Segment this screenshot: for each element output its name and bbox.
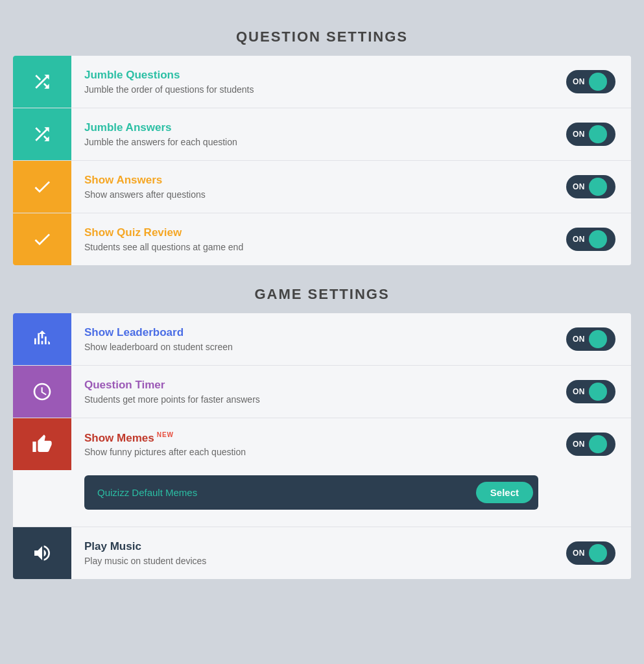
show-memes-title: Show MemesNEW [84, 431, 538, 445]
show-answers-title: Show Answers [84, 174, 538, 187]
show-memes-toggle-label: ON [573, 440, 585, 449]
show-answers-icon [13, 161, 71, 213]
show-leaderboard-toggle-wrap: ON [551, 327, 631, 351]
show-answers-desc: Show answers after questions [84, 189, 538, 200]
question-timer-toggle-wrap: ON [551, 380, 631, 403]
meme-selector-text: Quizizz Default Memes [97, 487, 197, 498]
show-answers-toggle-label: ON [573, 182, 585, 191]
jumble-answers-desc: Jumble the answers for each question [84, 137, 538, 147]
question-timer-desc: Students get more points for faster answ… [84, 394, 538, 405]
jumble-questions-row: Jumble Questions Jumble the order of que… [13, 56, 631, 108]
jumble-questions-toggle-label: ON [573, 77, 585, 86]
jumble-answers-icon [13, 108, 71, 160]
jumble-answers-toggle-knob [589, 125, 607, 143]
question-timer-toggle-knob [589, 383, 607, 401]
show-leaderboard-icon [13, 313, 71, 365]
show-memes-desc: Show funny pictures after each question [84, 447, 538, 457]
play-music-toggle-wrap: ON [551, 541, 631, 565]
question-settings-card: Jumble Questions Jumble the order of que… [13, 56, 631, 265]
show-quiz-review-content: Show Quiz Review Students see all questi… [71, 217, 551, 261]
settings-container: QUESTION SETTINGS Jumble Questions Jumbl… [13, 13, 631, 584]
jumble-answers-toggle-wrap: ON [551, 123, 631, 146]
show-quiz-review-title: Show Quiz Review [84, 226, 538, 239]
show-leaderboard-toggle-label: ON [573, 335, 585, 344]
jumble-questions-content: Jumble Questions Jumble the order of que… [71, 60, 551, 104]
show-memes-content: Show MemesNEW Show funny pictures after … [71, 422, 551, 467]
show-memes-toggle[interactable]: ON [566, 433, 615, 456]
jumble-answers-row: Jumble Answers Jumble the answers for ea… [13, 108, 631, 161]
jumble-answers-title: Jumble Answers [84, 121, 538, 134]
meme-selector: Quizizz Default Memes Select [84, 475, 538, 510]
jumble-questions-toggle-knob [589, 73, 607, 91]
play-music-content: Play Music Play music on student devices [71, 531, 551, 575]
show-answers-toggle-wrap: ON [551, 175, 631, 198]
question-timer-content: Question Timer Students get more points … [71, 370, 551, 414]
question-timer-row: Question Timer Students get more points … [13, 366, 631, 418]
show-memes-icon [13, 418, 71, 470]
jumble-answers-toggle[interactable]: ON [566, 123, 615, 146]
game-settings-card: Show Leaderboard Show leaderboard on stu… [13, 313, 631, 579]
select-meme-button[interactable]: Select [476, 482, 533, 503]
meme-selector-area: Quizizz Default Memes Select [13, 470, 631, 527]
show-quiz-review-desc: Students see all questions at game end [84, 242, 538, 252]
jumble-questions-toggle-wrap: ON [551, 70, 631, 93]
play-music-toggle-label: ON [573, 549, 585, 558]
new-badge: NEW [157, 431, 174, 438]
game-settings-title: GAME SETTINGS [13, 270, 631, 313]
play-music-title: Play Music [84, 540, 538, 553]
show-memes-toggle-knob [589, 435, 607, 453]
play-music-icon [13, 527, 71, 579]
jumble-questions-toggle[interactable]: ON [566, 70, 615, 93]
show-leaderboard-content: Show Leaderboard Show leaderboard on stu… [71, 317, 551, 361]
question-timer-toggle-label: ON [573, 387, 585, 396]
jumble-questions-title: Jumble Questions [84, 69, 538, 82]
show-answers-toggle-knob [589, 178, 607, 196]
show-quiz-review-toggle-label: ON [573, 235, 585, 244]
jumble-answers-toggle-label: ON [573, 130, 585, 139]
play-music-toggle-knob [589, 544, 607, 562]
jumble-questions-desc: Jumble the order of questions for studen… [84, 84, 538, 95]
show-answers-row: Show Answers Show answers after question… [13, 161, 631, 213]
show-answers-content: Show Answers Show answers after question… [71, 165, 551, 209]
show-quiz-review-toggle[interactable]: ON [566, 228, 615, 251]
play-music-row: Play Music Play music on student devices… [13, 527, 631, 579]
play-music-toggle[interactable]: ON [566, 541, 615, 565]
question-timer-toggle[interactable]: ON [566, 380, 615, 403]
show-memes-toggle-wrap: ON [551, 433, 631, 456]
show-leaderboard-row: Show Leaderboard Show leaderboard on stu… [13, 313, 631, 366]
show-memes-row: Show MemesNEW Show funny pictures after … [13, 418, 631, 527]
show-quiz-review-icon [13, 213, 71, 265]
question-timer-title: Question Timer [84, 379, 538, 392]
show-leaderboard-title: Show Leaderboard [84, 326, 538, 339]
jumble-answers-content: Jumble Answers Jumble the answers for ea… [71, 112, 551, 156]
show-quiz-review-toggle-wrap: ON [551, 228, 631, 251]
play-music-desc: Play music on student devices [84, 556, 538, 566]
jumble-questions-icon [13, 56, 71, 108]
show-leaderboard-toggle[interactable]: ON [566, 327, 615, 351]
question-timer-icon [13, 366, 71, 418]
show-leaderboard-desc: Show leaderboard on student screen [84, 342, 538, 352]
show-quiz-review-row: Show Quiz Review Students see all questi… [13, 213, 631, 265]
show-memes-top: Show MemesNEW Show funny pictures after … [13, 418, 631, 470]
show-quiz-review-toggle-knob [589, 230, 607, 248]
question-settings-title: QUESTION SETTINGS [13, 13, 631, 56]
show-leaderboard-toggle-knob [589, 330, 607, 348]
show-answers-toggle[interactable]: ON [566, 175, 615, 198]
